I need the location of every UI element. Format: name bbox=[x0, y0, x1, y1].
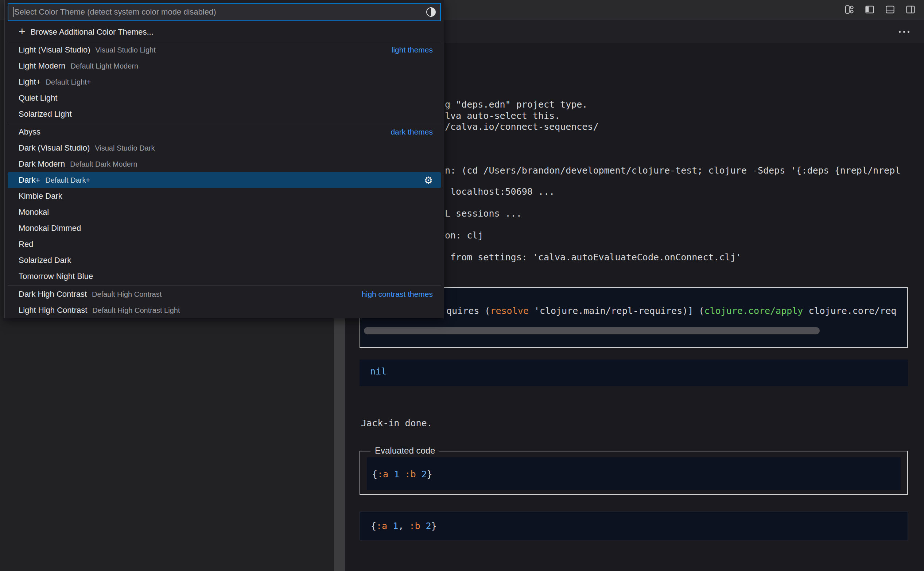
repl-output-line: from settings: 'calva.autoEvaluateCode.o… bbox=[445, 252, 741, 262]
theme-label: Monokai bbox=[19, 207, 49, 217]
repl-output-line: lva auto-select this. bbox=[445, 111, 560, 121]
repl-output-line: on: clj bbox=[445, 230, 483, 241]
section-label: dark themes bbox=[390, 128, 433, 136]
theme-label: Light Modern bbox=[19, 61, 65, 71]
theme-label: Tomorrow Night Blue bbox=[19, 272, 93, 281]
quickpick-separator bbox=[8, 41, 441, 41]
theme-label: Red bbox=[19, 239, 33, 249]
quickpick-item-light+[interactable]: Light+Default Light+ bbox=[8, 74, 441, 90]
quickpick-list: +Browse Additional Color Themes...Light … bbox=[5, 24, 444, 318]
result-text: {:a 1, :b 2} bbox=[371, 521, 437, 531]
layout-controls bbox=[844, 4, 916, 15]
quickpick-item-tomorrow-night-blue[interactable]: Tomorrow Night Blue bbox=[8, 269, 441, 284]
evaluated-code-text: {:a 1 :b 2} bbox=[372, 469, 432, 480]
theme-description: Default Light Modern bbox=[70, 62, 138, 70]
more-actions-icon[interactable] bbox=[898, 29, 911, 34]
theme-label: Dark High Contrast bbox=[19, 290, 87, 299]
quickpick-separator bbox=[8, 123, 441, 123]
quickpick-item-dark+[interactable]: Dark+Default Dark+⚙ bbox=[8, 172, 441, 188]
plus-icon: + bbox=[19, 26, 26, 37]
quickpick-item-solarized-dark[interactable]: Solarized Dark bbox=[8, 252, 441, 269]
section-label: light themes bbox=[392, 46, 433, 54]
theme-label: Solarized Light bbox=[19, 110, 72, 119]
evaluated-code-fieldset: Evaluated code {:a 1 :b 2} bbox=[359, 451, 908, 495]
repl-output-line: g "deps.edn" project type. bbox=[445, 99, 588, 110]
quickpick-item-kimbie-dark[interactable]: Kimbie Dark bbox=[8, 188, 441, 204]
quickpick-item-quiet-light[interactable]: Quiet Light bbox=[8, 90, 441, 106]
theme-label: Light High Contrast bbox=[19, 306, 87, 315]
text-cursor bbox=[13, 7, 14, 17]
theme-label: Dark (Visual Studio) bbox=[19, 143, 90, 153]
horizontal-scrollbar[interactable] bbox=[364, 327, 820, 334]
nil-result-box: nil bbox=[359, 360, 908, 386]
quickpick-item-monokai-dimmed[interactable]: Monokai Dimmed bbox=[8, 220, 441, 236]
quickpick-item-dark-high-contrast[interactable]: Dark High ContrastDefault High Contrasth… bbox=[8, 286, 441, 302]
theme-label: Light (Visual Studio) bbox=[19, 45, 90, 55]
gear-icon[interactable]: ⚙ bbox=[424, 175, 433, 185]
result-box: {:a 1, :b 2} bbox=[359, 512, 908, 540]
theme-description: Default Light+ bbox=[46, 78, 91, 86]
quickpick-item-monokai[interactable]: Monokai bbox=[8, 204, 441, 220]
theme-description: Default Dark Modern bbox=[70, 160, 137, 168]
quickpick-item-abyss[interactable]: Abyssdark themes bbox=[8, 124, 441, 140]
theme-label: Browse Additional Color Themes... bbox=[31, 27, 154, 37]
theme-label: Abyss bbox=[19, 127, 40, 137]
toggle-secondary-sidebar-icon[interactable] bbox=[905, 4, 916, 15]
evaluated-expression-code: quires (resolve 'clojure.main/repl-requi… bbox=[446, 306, 896, 316]
half-circle-icon[interactable] bbox=[426, 7, 436, 17]
customize-layout-icon[interactable] bbox=[844, 4, 855, 15]
quickpick-item-solarized-light[interactable]: Solarized Light bbox=[8, 106, 441, 122]
repl-output-line: localhost:50698 ... bbox=[445, 186, 555, 197]
repl-output-line: n: (cd /Users/brandon/development/clojur… bbox=[445, 165, 900, 176]
nil-result-text: nil bbox=[370, 366, 387, 377]
theme-label: Monokai Dimmed bbox=[19, 224, 81, 233]
evaluated-code-box: {:a 1 :b 2} bbox=[367, 457, 901, 490]
quickpick-item-browse-additional-color-themes[interactable]: +Browse Additional Color Themes... bbox=[8, 24, 441, 40]
quickpick-input[interactable]: Select Color Theme (detect system color … bbox=[8, 3, 441, 21]
theme-label: Solarized Dark bbox=[19, 256, 71, 265]
quickpick-separator bbox=[8, 285, 441, 286]
quickpick-item-dark-modern[interactable]: Dark ModernDefault Dark Modern bbox=[8, 156, 441, 172]
theme-label: Kimbie Dark bbox=[19, 191, 62, 201]
quickpick-placeholder: Select Color Theme (detect system color … bbox=[14, 7, 216, 17]
toggle-primary-sidebar-icon[interactable] bbox=[864, 4, 875, 15]
quickpick-item-light-visual-studio[interactable]: Light (Visual Studio)Visual Studio Light… bbox=[8, 42, 441, 58]
quickpick-item-red[interactable]: Red bbox=[8, 236, 441, 252]
theme-label: Quiet Light bbox=[19, 93, 57, 103]
theme-label: Light+ bbox=[19, 77, 41, 87]
repl-output-line: L sessions ... bbox=[445, 208, 522, 219]
theme-label: Dark Modern bbox=[19, 159, 65, 169]
theme-description: Default High Contrast bbox=[92, 290, 162, 299]
quickpick-item-light-modern[interactable]: Light ModernDefault Light Modern bbox=[8, 58, 441, 74]
quickpick-item-light-high-contrast[interactable]: Light High ContrastDefault High Contrast… bbox=[8, 302, 441, 318]
quickpick-input-wrap: Select Color Theme (detect system color … bbox=[5, 0, 444, 24]
jack-in-done-line: Jack-in done. bbox=[361, 418, 432, 428]
theme-description: Visual Studio Dark bbox=[95, 144, 154, 153]
color-theme-quickpick: Select Color Theme (detect system color … bbox=[5, 0, 444, 318]
repl-output-line: /calva.io/connect-sequences/ bbox=[445, 122, 599, 132]
vscode-window: g "deps.edn" project type. lva auto-sele… bbox=[0, 0, 924, 571]
theme-description: Visual Studio Light bbox=[96, 46, 156, 54]
theme-description: Default High Contrast Light bbox=[92, 306, 180, 315]
quickpick-item-dark-visual-studio[interactable]: Dark (Visual Studio)Visual Studio Dark bbox=[8, 140, 441, 156]
section-label: high contrast themes bbox=[362, 290, 433, 299]
evaluated-code-legend: Evaluated code bbox=[370, 446, 440, 456]
theme-label: Dark+ bbox=[19, 175, 40, 185]
theme-description: Default Dark+ bbox=[45, 176, 90, 185]
toggle-panel-icon[interactable] bbox=[885, 4, 896, 15]
